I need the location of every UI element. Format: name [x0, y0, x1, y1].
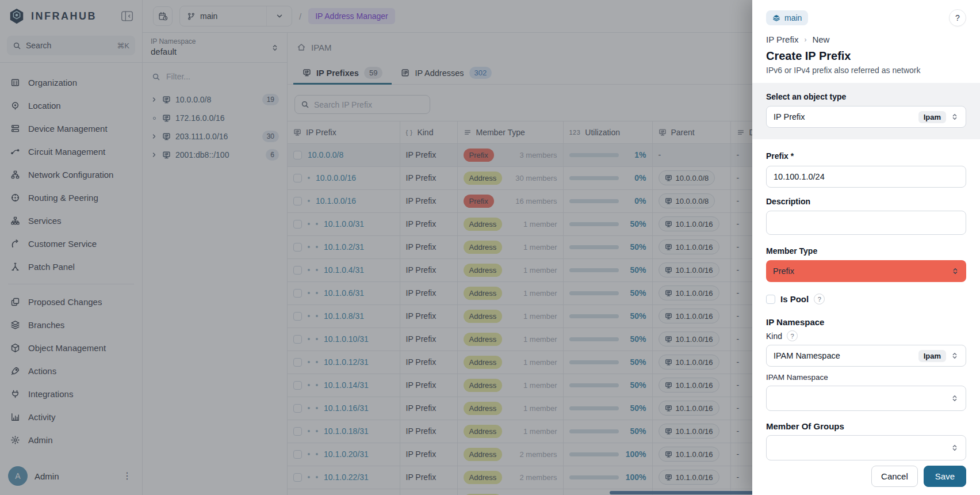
namespace-kind-value: IPAM Namespace: [774, 351, 914, 360]
panel-footer: Cancel Save: [871, 466, 966, 487]
panel-breadcrumb-current: New: [812, 35, 829, 44]
panel-branch-badge: main: [766, 10, 808, 25]
namespace-kind-badge: Ipam: [918, 350, 946, 362]
app-root: INFRAHUB Search ⌘K OrganizationLocationD…: [0, 0, 980, 495]
member-type-select[interactable]: Prefix: [766, 260, 966, 282]
member-of-groups-label: Member Of Groups: [766, 421, 966, 431]
kind-label: Kind: [766, 332, 782, 341]
updown-chevron-icon: [951, 394, 959, 402]
object-type-select[interactable]: IP Prefix Ipam: [766, 106, 966, 128]
description-input[interactable]: [766, 211, 966, 235]
panel-subtitle: IPv6 or IPv4 prefix also referred as net…: [766, 66, 966, 75]
modal-backdrop[interactable]: [0, 0, 752, 495]
ipam-namespace-select[interactable]: [766, 386, 966, 411]
updown-chevron-icon: [951, 267, 959, 275]
namespace-kind-select[interactable]: IPAM Namespace Ipam: [766, 345, 966, 367]
updown-chevron-icon: [951, 113, 959, 121]
is-pool-row: Is Pool ?: [766, 294, 966, 304]
object-type-kind-badge: Ipam: [918, 111, 946, 123]
panel-title: Create IP Prefix: [766, 50, 966, 63]
updown-chevron-icon: [951, 444, 959, 452]
description-field-label: Description: [766, 197, 966, 206]
kind-help-icon[interactable]: ?: [787, 330, 798, 341]
required-mark: *: [791, 151, 794, 161]
panel-header: main ? IP Prefix › New Create IP Prefix …: [752, 0, 980, 83]
object-type-value: IP Prefix: [774, 112, 914, 121]
panel-branch-name: main: [784, 13, 802, 22]
layers-icon: [772, 14, 780, 22]
help-button[interactable]: ?: [949, 9, 966, 26]
chevron-right-icon: ›: [804, 36, 806, 44]
cancel-button[interactable]: Cancel: [871, 466, 918, 487]
panel-form: Prefix * Description Member Type Prefix: [752, 139, 980, 495]
object-type-label: Select an object type: [766, 92, 966, 101]
member-type-field-label: Member Type: [766, 246, 966, 256]
prefix-field-label: Prefix *: [766, 151, 794, 161]
panel-breadcrumb: IP Prefix › New: [766, 35, 966, 44]
ipam-namespace-label: IPAM Namespace: [766, 373, 966, 382]
panel-breadcrumb-root[interactable]: IP Prefix: [766, 35, 798, 44]
save-button[interactable]: Save: [924, 466, 966, 487]
is-pool-checkbox[interactable]: [766, 295, 775, 304]
ip-namespace-section-title: IP Namespace: [766, 317, 966, 327]
member-type-value: Prefix: [773, 266, 951, 276]
is-pool-help-icon[interactable]: ?: [814, 294, 825, 304]
prefix-input[interactable]: [766, 166, 966, 188]
member-of-groups-select[interactable]: [766, 435, 966, 460]
is-pool-label: Is Pool: [780, 294, 809, 304]
create-prefix-panel: main ? IP Prefix › New Create IP Prefix …: [752, 0, 980, 495]
object-type-section: Select an object type IP Prefix Ipam: [752, 83, 980, 139]
updown-chevron-icon: [951, 352, 959, 360]
kind-row: Kind ?: [766, 330, 966, 341]
